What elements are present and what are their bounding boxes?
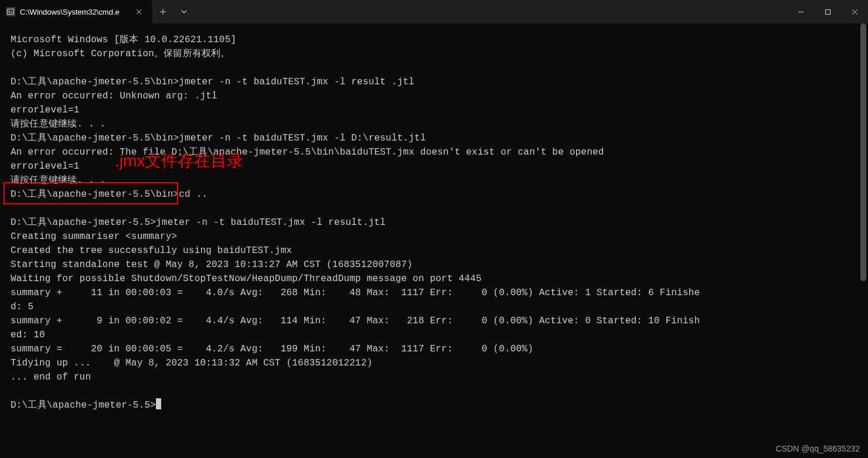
terminal-line: summary + 9 in 00:00:02 = 4.4/s Avg: 114… [11, 316, 700, 326]
svg-rect-1 [825, 9, 830, 14]
tab-cmd[interactable]: C:\Windows\System32\cmd.e [0, 0, 152, 23]
tab-dropdown-button[interactable] [173, 0, 195, 23]
titlebar-drag-area[interactable] [195, 0, 787, 23]
terminal-icon [6, 7, 15, 16]
terminal-line: Waiting for possible Shutdown/StopTestNo… [11, 274, 482, 284]
window-close-button[interactable] [841, 0, 868, 23]
terminal-line: An error occurred: The file D:\工具\apache… [11, 147, 604, 158]
terminal-line: ed: 10 [11, 330, 45, 340]
watermark: CSDN @qq_58635232 [776, 444, 860, 453]
cursor [156, 398, 161, 409]
terminal-line: D:\工具\apache-jmeter-5.5\bin>jmeter -n -t… [11, 133, 426, 143]
new-tab-button[interactable] [152, 0, 173, 23]
terminal-line: 请按任意键继续. . . [11, 119, 105, 129]
terminal-line: errorlevel=1 [11, 161, 80, 172]
scrollbar-thumb[interactable] [860, 23, 866, 281]
annotation-text: .jmx文件存在目录 [115, 150, 243, 172]
minimize-button[interactable] [787, 0, 814, 23]
terminal-line: An error occurred: Unknown arg: .jtl [11, 91, 217, 101]
terminal-line: Creating summariser <summary> [11, 231, 177, 242]
terminal-line: D:\工具\apache-jmeter-5.5> [11, 400, 156, 411]
terminal-line: errorlevel=1 [11, 105, 80, 115]
maximize-button[interactable] [814, 0, 841, 23]
terminal-output[interactable]: Microsoft Windows [版本 10.0.22621.1105] (… [0, 23, 868, 417]
scrollbar[interactable] [860, 23, 867, 457]
terminal-line: Created the tree successfully using baid… [11, 245, 292, 256]
terminal-line: summary = 20 in 00:00:05 = 4.2/s Avg: 19… [11, 344, 533, 354]
svg-rect-0 [8, 9, 14, 15]
terminal-line: (c) Microsoft Corporation。保留所有权利。 [11, 49, 230, 59]
terminal-line: ... end of run [11, 372, 91, 382]
terminal-line: Starting standalone test @ May 8, 2023 1… [11, 259, 413, 270]
terminal-line: summary + 11 in 00:00:03 = 4.0/s Avg: 26… [11, 288, 700, 298]
terminal-line: D:\工具\apache-jmeter-5.5>jmeter -n -t bai… [11, 217, 386, 228]
tab-label: C:\Windows\System32\cmd.e [20, 8, 120, 16]
tab-close-button[interactable] [134, 6, 144, 17]
terminal-line: D:\工具\apache-jmeter-5.5\bin>jmeter -n -t… [11, 77, 414, 87]
terminal-line: d: 5 [11, 302, 33, 312]
annotation-box [4, 182, 178, 204]
terminal-line: Tidying up ... @ May 8, 2023 10:13:32 AM… [11, 358, 373, 368]
terminal-line: Microsoft Windows [版本 10.0.22621.1105] [11, 35, 236, 45]
titlebar: C:\Windows\System32\cmd.e [0, 0, 868, 23]
